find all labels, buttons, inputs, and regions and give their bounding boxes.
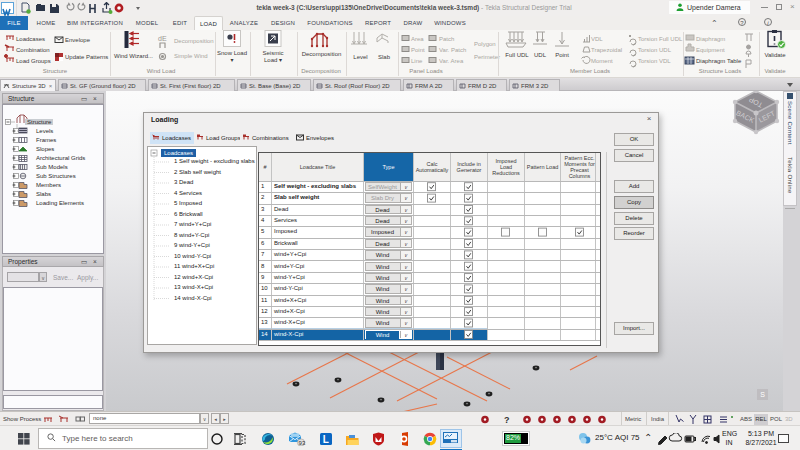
svg-text:93: 93 <box>299 440 306 446</box>
svg-text:dE: dE <box>158 35 167 42</box>
svg-text:?: ? <box>504 415 510 424</box>
svg-text:L: L <box>323 434 329 445</box>
